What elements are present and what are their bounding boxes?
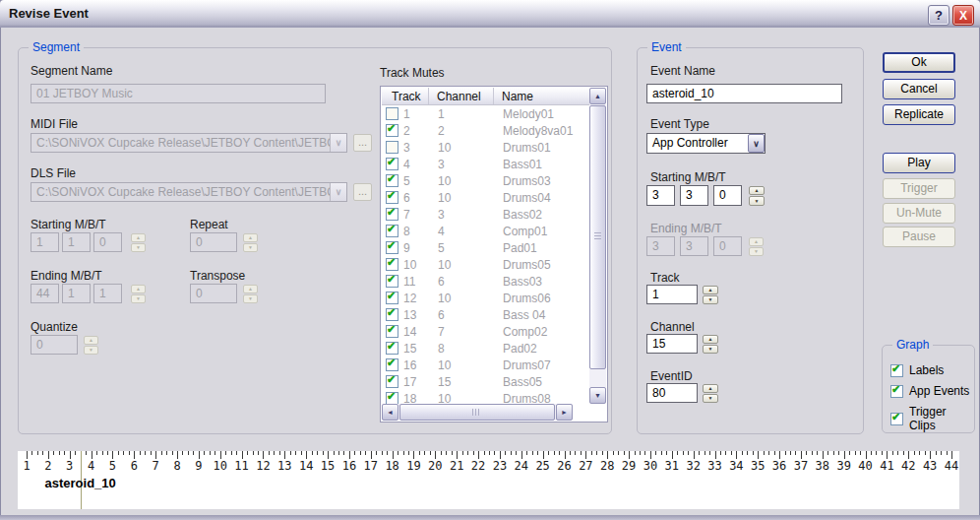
event-type-select[interactable]: App Controller xyxy=(646,133,766,154)
ruler-tick xyxy=(951,451,952,459)
checkbox-checked[interactable]: ✔ xyxy=(386,191,398,204)
cancel-button[interactable]: Cancel xyxy=(883,79,955,99)
spin-up-icon[interactable] xyxy=(703,384,718,393)
spin-down-icon[interactable] xyxy=(749,196,765,206)
check-icon: ✔ xyxy=(891,411,900,423)
column-header-name[interactable]: Name xyxy=(494,88,589,104)
spin-up-icon[interactable] xyxy=(749,186,765,196)
track-row[interactable]: 310Drums01 xyxy=(382,139,589,156)
track-row[interactable]: ✔1010Drums05 xyxy=(382,256,589,273)
event-track-field[interactable]: 1 xyxy=(646,285,698,304)
check-icon: ✔ xyxy=(387,256,396,269)
track-row[interactable]: ✔1610Drums07 xyxy=(382,357,589,373)
track-name: Drums06 xyxy=(494,292,589,305)
checkbox-unchecked[interactable] xyxy=(386,107,398,120)
track-row[interactable]: ✔510Drums03 xyxy=(382,172,589,189)
event-channel-field[interactable]: 15 xyxy=(646,334,698,354)
graph-option[interactable]: ✔Labels xyxy=(890,363,944,377)
ruler-measure-number: 37 xyxy=(794,459,808,473)
track-row[interactable]: ✔95Pad01 xyxy=(382,239,589,256)
spin-down-icon[interactable] xyxy=(703,394,718,403)
spin-up-icon[interactable] xyxy=(703,335,718,344)
track-row[interactable]: ✔1810Drums08 xyxy=(382,390,589,404)
timeline-event-label[interactable]: asteroid_10 xyxy=(45,476,116,490)
check-icon: ✔ xyxy=(387,189,396,202)
track-row[interactable]: ✔1715Bass05 xyxy=(382,373,589,390)
help-icon[interactable]: ? xyxy=(928,5,949,26)
ruler-tick xyxy=(489,451,490,455)
ruler-tick xyxy=(887,451,888,459)
event-starting-stepper[interactable] xyxy=(749,185,765,206)
track-mutes-list[interactable]: Track Channel Name 11Melody01✔22Melody8v… xyxy=(380,86,608,422)
event-id-field[interactable]: 80 xyxy=(646,383,698,403)
checkbox-checked[interactable]: ✔ xyxy=(386,392,398,404)
checkbox-checked[interactable]: ✔ xyxy=(386,241,398,254)
track-name: Comp02 xyxy=(494,325,589,339)
title-bar[interactable]: Revise Event ? X xyxy=(0,0,980,28)
event-track-stepper[interactable] xyxy=(703,285,718,304)
horizontal-scrollbar[interactable]: ◄ ► xyxy=(382,404,573,421)
column-header-channel[interactable]: Channel xyxy=(429,88,494,104)
event-starting-tick[interactable]: 0 xyxy=(713,185,742,206)
ruler-tick xyxy=(753,451,754,455)
track-mutes-label: Track Mutes xyxy=(380,66,445,80)
graph-option[interactable]: ✔App Events xyxy=(890,384,969,398)
track-row[interactable]: 11Melody01 xyxy=(382,105,589,122)
track-row[interactable]: ✔73Bass02 xyxy=(382,206,589,223)
scroll-up-icon[interactable]: ▲ xyxy=(589,88,606,104)
checkbox-checked[interactable]: ✔ xyxy=(386,158,398,170)
track-number: 10 xyxy=(403,258,429,272)
checkbox-checked[interactable]: ✔ xyxy=(890,364,903,377)
spin-up-icon[interactable] xyxy=(703,286,718,294)
checkbox-checked[interactable]: ✔ xyxy=(386,124,398,137)
close-icon[interactable]: X xyxy=(952,5,974,26)
checkbox-checked[interactable]: ✔ xyxy=(386,308,398,321)
checkbox-checked[interactable]: ✔ xyxy=(890,385,903,398)
checkbox-checked[interactable]: ✔ xyxy=(386,358,398,371)
checkbox-checked[interactable]: ✔ xyxy=(386,292,398,304)
checkbox-checked[interactable]: ✔ xyxy=(890,413,903,425)
checkbox-checked[interactable]: ✔ xyxy=(386,342,398,355)
event-channel-stepper[interactable] xyxy=(703,334,718,354)
replicate-button[interactable]: Replicate xyxy=(883,104,955,125)
ruler-tick xyxy=(102,451,103,455)
timeline-panel[interactable]: 1234567891011121314151617181920212223242… xyxy=(18,451,959,509)
checkbox-checked[interactable]: ✔ xyxy=(386,208,398,221)
checkbox-checked[interactable]: ✔ xyxy=(386,225,398,237)
track-row[interactable]: ✔116Bass03 xyxy=(382,273,589,290)
checkbox-checked[interactable]: ✔ xyxy=(386,258,398,271)
spin-down-icon[interactable] xyxy=(703,345,718,354)
spin-down-icon[interactable] xyxy=(703,295,718,304)
track-row[interactable]: ✔22Melody8va01 xyxy=(382,122,589,139)
event-starting-measure[interactable]: 3 xyxy=(646,185,675,206)
checkbox-checked[interactable]: ✔ xyxy=(386,325,398,338)
graph-option[interactable]: ✔Trigger Clips xyxy=(890,405,974,432)
scroll-right-icon[interactable]: ► xyxy=(556,404,573,421)
chevron-down-icon[interactable] xyxy=(748,134,765,153)
event-name-field[interactable]: asteroid_10 xyxy=(646,84,842,103)
checkbox-checked[interactable]: ✔ xyxy=(386,174,398,187)
horizontal-scroll-thumb[interactable] xyxy=(399,404,555,421)
scroll-left-icon[interactable]: ◄ xyxy=(382,404,398,421)
checkbox-checked[interactable]: ✔ xyxy=(386,275,398,288)
vertical-scroll-thumb[interactable] xyxy=(589,105,606,369)
event-starting-beat[interactable]: 3 xyxy=(680,185,708,206)
graph-option-label: Labels xyxy=(909,363,944,377)
check-icon: ✔ xyxy=(387,373,396,386)
event-id-stepper[interactable] xyxy=(703,383,718,403)
ok-button[interactable]: Ok xyxy=(883,52,955,73)
track-row[interactable]: ✔158Pad02 xyxy=(382,340,589,357)
track-row[interactable]: ✔84Comp01 xyxy=(382,223,589,239)
vertical-scrollbar[interactable]: ▲ ▼ xyxy=(589,88,606,404)
track-row[interactable]: ✔43Bass01 xyxy=(382,156,589,172)
track-channel: 8 xyxy=(429,342,494,356)
scroll-down-icon[interactable]: ▼ xyxy=(589,387,606,404)
track-row[interactable]: ✔1210Drums06 xyxy=(382,290,589,306)
track-row[interactable]: ✔610Drums04 xyxy=(382,189,589,206)
track-row[interactable]: ✔136Bass 04 xyxy=(382,306,589,323)
column-header-track[interactable]: Track xyxy=(382,88,429,104)
checkbox-checked[interactable]: ✔ xyxy=(386,375,398,388)
play-button[interactable]: Play xyxy=(883,153,955,173)
track-row[interactable]: ✔147Comp02 xyxy=(382,323,589,340)
checkbox-unchecked[interactable] xyxy=(386,141,398,154)
